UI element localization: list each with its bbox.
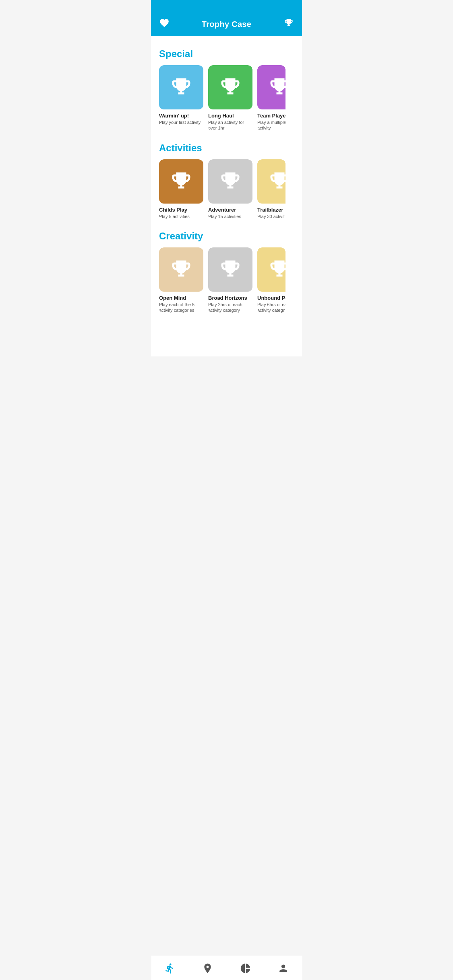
header: Trophy Case	[151, 0, 302, 36]
trophy-card-broad-horizons[interactable]: Broad Horizons Play 2hrs of each activit…	[208, 247, 252, 313]
content: Special Warmin' up! Play your first acti…	[151, 36, 302, 356]
trophy-desc-long-haul: Play an activity for over 1hr	[208, 119, 252, 131]
trophy-name-long-haul: Long Haul	[208, 113, 252, 119]
trophy-header-icon[interactable]	[283, 18, 294, 31]
trophy-desc-childs-play: Play 5 activities	[159, 214, 203, 219]
trophy-name-open-mind: Open Mind	[159, 295, 203, 301]
trophy-card-childs-play[interactable]: Childs Play Play 5 activities	[159, 159, 203, 219]
trophy-name-adventurer: Adventurer	[208, 207, 252, 213]
section-activities: Activities Childs Play Play 5 activities	[159, 142, 294, 219]
trophy-desc-unbound: Play 6hrs of each activity catego...	[257, 302, 285, 313]
page-title: Trophy Case	[202, 20, 251, 29]
trophy-desc-open-mind: Play each of the 5 activity categories	[159, 302, 203, 313]
trophy-name-team-player: Team Player	[257, 113, 285, 119]
trophy-name-childs-play: Childs Play	[159, 207, 203, 213]
trophy-desc-team-player: Play a multiplayer activity	[257, 119, 285, 131]
trophy-card-warmin-up[interactable]: Warmin' up! Play your first activity	[159, 65, 203, 131]
trophy-card-adventurer[interactable]: Adventurer Play 15 activities	[208, 159, 252, 219]
section-title-special: Special	[159, 48, 294, 60]
trophy-name-trailblazer: Trailblazer	[257, 207, 285, 213]
trophy-row-activities: Childs Play Play 5 activities Adventurer…	[159, 159, 294, 219]
trophy-name-broad-horizons: Broad Horizons	[208, 295, 252, 301]
trophy-row-creativity: Open Mind Play each of the 5 activity ca…	[159, 247, 294, 313]
trophy-card-open-mind[interactable]: Open Mind Play each of the 5 activity ca…	[159, 247, 203, 313]
trophy-row-special: Warmin' up! Play your first activity Lon…	[159, 65, 294, 131]
trophy-name-warmin-up: Warmin' up!	[159, 113, 203, 119]
section-title-activities: Activities	[159, 142, 294, 154]
heart-icon[interactable]	[159, 18, 170, 31]
trophy-desc-adventurer: Play 15 activities	[208, 214, 252, 219]
trophy-desc-trailblazer: Play 30 activities	[257, 214, 285, 219]
trophy-card-team-player[interactable]: Team Player Play a multiplayer activity	[257, 65, 285, 131]
section-special: Special Warmin' up! Play your first acti…	[159, 48, 294, 131]
trophy-card-long-haul[interactable]: Long Haul Play an activity for over 1hr	[208, 65, 252, 131]
trophy-card-unbound[interactable]: Unbound Po... Play 6hrs of each activity…	[257, 247, 285, 313]
trophy-name-unbound: Unbound Po...	[257, 295, 285, 301]
trophy-desc-warmin-up: Play your first activity	[159, 119, 203, 125]
trophy-desc-broad-horizons: Play 2hrs of each activity category	[208, 302, 252, 313]
section-title-creativity: Creativity	[159, 231, 294, 242]
section-creativity: Creativity Open Mind Play each of the 5 …	[159, 231, 294, 313]
trophy-card-trailblazer[interactable]: Trailblazer Play 30 activities	[257, 159, 285, 219]
